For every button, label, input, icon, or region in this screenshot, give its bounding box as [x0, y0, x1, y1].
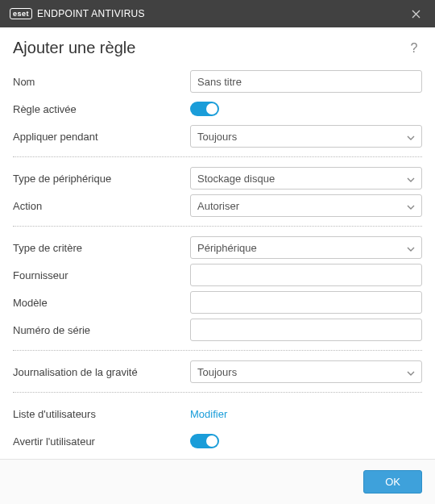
ok-button[interactable]: OK: [363, 470, 422, 494]
divider: [13, 392, 422, 393]
name-label: Nom: [13, 76, 190, 88]
toggle-knob: [206, 435, 218, 447]
rule-enabled-toggle[interactable]: [190, 102, 219, 116]
model-input[interactable]: [190, 291, 422, 314]
close-button[interactable]: [406, 4, 425, 23]
action-select[interactable]: Autoriser: [190, 194, 422, 217]
notify-user-toggle[interactable]: [190, 434, 219, 448]
apply-during-value: Toujours: [197, 131, 407, 143]
divider: [13, 350, 422, 351]
divider: [13, 156, 422, 157]
device-type-label: Type de périphérique: [13, 173, 190, 185]
user-list-label: Liste d'utilisateurs: [13, 408, 190, 420]
user-list-edit-link[interactable]: Modifier: [190, 408, 227, 420]
chevron-down-icon: [407, 366, 415, 378]
apply-during-select[interactable]: Toujours: [190, 125, 422, 148]
vendor-label: Fournisseur: [13, 269, 190, 281]
device-type-value: Stockage disque: [197, 173, 407, 185]
toggle-knob: [206, 103, 218, 115]
criteria-type-value: Périphérique: [197, 242, 407, 254]
chevron-down-icon: [407, 173, 415, 185]
action-label: Action: [13, 200, 190, 212]
page-title: Ajouter une règle: [13, 39, 135, 57]
severity-log-select[interactable]: Toujours: [190, 360, 422, 383]
brand: eset ENDPOINT ANTIVIRUS: [10, 8, 145, 19]
severity-log-value: Toujours: [197, 366, 407, 378]
help-icon: ?: [411, 41, 418, 55]
criteria-type-label: Type de critère: [13, 242, 190, 254]
product-name: ENDPOINT ANTIVIRUS: [37, 8, 145, 19]
apply-during-label: Appliquer pendant: [13, 131, 190, 143]
device-type-select[interactable]: Stockage disque: [190, 167, 422, 190]
serial-input[interactable]: [190, 319, 422, 341]
criteria-type-select[interactable]: Périphérique: [190, 236, 422, 259]
name-input[interactable]: [190, 70, 422, 93]
chevron-down-icon: [407, 242, 415, 254]
notify-user-label: Avertir l'utilisateur: [13, 435, 190, 448]
footer: OK: [0, 459, 435, 504]
vendor-input[interactable]: [190, 264, 422, 286]
rule-enabled-label: Règle activée: [13, 103, 190, 115]
action-value: Autoriser: [197, 200, 407, 212]
severity-log-label: Journalisation de la gravité: [13, 366, 190, 378]
chevron-down-icon: [407, 131, 415, 143]
serial-label: Numéro de série: [13, 324, 190, 336]
help-button[interactable]: ?: [406, 41, 422, 56]
close-icon: [412, 10, 420, 19]
brand-badge: eset: [10, 8, 32, 19]
divider: [13, 226, 422, 227]
title-bar: eset ENDPOINT ANTIVIRUS: [0, 0, 435, 27]
model-label: Modèle: [13, 297, 190, 309]
chevron-down-icon: [407, 200, 415, 212]
